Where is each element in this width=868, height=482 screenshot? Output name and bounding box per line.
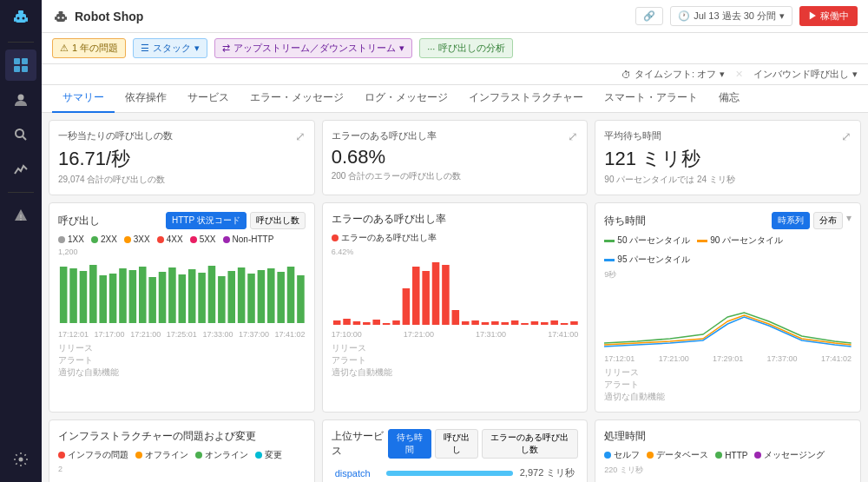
legend-p50: 50 パーセンタイル [604, 234, 690, 247]
expand-icon-calls[interactable]: ⤢ [295, 129, 306, 143]
proc-y-label: 220 ミリ秒 [604, 465, 852, 476]
separator: ✕ [735, 69, 743, 80]
record-button[interactable]: ▶ 稼働中 [799, 6, 858, 26]
svg-rect-39 [227, 271, 235, 323]
timeseries-btn[interactable]: 時系列 [772, 212, 810, 229]
calls-btn[interactable]: 呼び出し [435, 429, 478, 459]
svg-rect-20 [55, 17, 56, 20]
topbar: Robot Shop 🔗 🕐 Jul 13 過去 30 分間 ▾ ▶ 稼働中 [42, 0, 868, 33]
topbar-right: 🔗 🕐 Jul 13 過去 30 分間 ▾ ▶ 稼働中 [635, 6, 858, 26]
chart-infra-header: インフラストラクチャーの問題および変更 [58, 429, 306, 444]
svg-rect-29 [129, 270, 137, 323]
svg-rect-42 [258, 270, 266, 323]
processing-chart-area: 220 ミリ秒 17:00:00 17:11:00 17:21:00 17:31… [604, 465, 852, 482]
distribution-btn[interactable]: 分布 [813, 212, 843, 229]
problems-filter[interactable]: ⚠ 1 年の問題 [52, 38, 126, 58]
latency-value: 121 ミリ秒 [604, 146, 852, 172]
right-panel: ⏱ タイムシフト: オフ ▾ ✕ インバウンド呼び出し ▾ [42, 64, 868, 85]
svg-rect-9 [22, 66, 28, 72]
expand-icon-error[interactable]: ⤢ [568, 129, 578, 143]
svg-point-3 [23, 17, 25, 20]
legend-self: セルフ [604, 449, 640, 461]
expand-icon-latency[interactable]: ⤢ [841, 129, 852, 143]
latency-btn[interactable]: 待ち時間 [388, 429, 431, 459]
error-rate-title: エラーのある呼び出し率 [332, 129, 579, 142]
services-title: 上位サービス [332, 429, 389, 459]
svg-rect-6 [14, 58, 20, 64]
tab-service[interactable]: サービス [177, 85, 240, 113]
sidebar-item-metrics[interactable] [5, 154, 36, 185]
tab-infra[interactable]: インフラストラクチャー [458, 85, 594, 113]
legend-p90: 90 パーセンタイル [697, 234, 783, 247]
call-count-btn[interactable]: 呼び出し数 [250, 212, 306, 229]
stack-filter[interactable]: ☰ スタック ▾ [133, 38, 207, 58]
legend-online: オンライン [195, 449, 248, 461]
service-dispatch[interactable]: dispatch [335, 468, 371, 479]
chart-error-rate: エラーのある呼び出し率 エラーのある呼び出し率 6.42% [322, 202, 589, 413]
error-calls-btn[interactable]: エラーのある呼び出し数 [482, 429, 579, 459]
line-p90 [697, 240, 707, 242]
upstream-label: アップストリーム／ダウンストリーム [233, 42, 396, 55]
dot-http [715, 452, 722, 459]
sidebar-divider [8, 42, 34, 43]
legend-2xx: 2XX [91, 234, 117, 244]
timeshift-selector[interactable]: ⏱ タイムシフト: オフ ▾ [621, 68, 725, 81]
svg-rect-7 [22, 58, 28, 64]
sidebar-item-user[interactable] [5, 84, 36, 116]
sidebar-item-settings[interactable] [5, 444, 36, 475]
tab-summary[interactable]: サマリー [52, 85, 115, 113]
chart-latency: 待ち時間 時系列 分布 ▾ 50 パーセンタイル 90 パーセンタイル 95 パ… [595, 202, 861, 413]
upstream-filter[interactable]: ⇄ アップストリーム／ダウンストリーム ▾ [214, 38, 412, 58]
record-label: ▶ 稼働中 [808, 10, 849, 23]
svg-rect-4 [14, 17, 16, 22]
svg-rect-35 [188, 269, 196, 323]
dot-5xx [190, 236, 197, 243]
sidebar-item-search[interactable] [5, 119, 36, 150]
app-logo: Robot Shop [52, 8, 143, 25]
svg-rect-37 [208, 266, 216, 323]
dot-self [604, 452, 611, 459]
upstream-icon: ⇄ [222, 43, 230, 54]
search-icon [13, 127, 29, 142]
latency-anomaly: 適切な自動機能 [604, 391, 665, 403]
tabs-bar: サマリー 依存操作 サービス エラー・メッセージ ログ・メッセージ インフラスト… [42, 85, 868, 113]
filterbar: ⚠ 1 年の問題 ☰ スタック ▾ ⇄ アップストリーム／ダウンストリーム ▾ … [42, 33, 868, 64]
time-selector[interactable]: 🕐 Jul 13 過去 30 分間 ▾ [670, 6, 792, 26]
app-title: Robot Shop [75, 10, 143, 23]
svg-line-12 [23, 136, 26, 140]
svg-rect-69 [550, 320, 558, 325]
clock-icon: 🕐 [678, 10, 690, 22]
timeshift-label: タイムシフト: オフ [635, 68, 716, 81]
inbound-selector[interactable]: インバウンド呼び出し ▾ [753, 68, 858, 81]
error-alert: アラート [332, 354, 366, 366]
svg-rect-32 [159, 272, 167, 323]
svg-point-10 [18, 95, 24, 101]
calls-footer: リリース アラート 適切な自動機能 [58, 342, 306, 379]
latency-release: リリース [604, 366, 639, 379]
tab-ops[interactable]: 依存操作 [115, 85, 177, 113]
tab-errors[interactable]: エラー・メッセージ [240, 85, 354, 113]
error-footer: リリース アラート 適切な自動機能 [332, 342, 579, 379]
legend-p95: 95 パーセンタイル [604, 254, 690, 266]
http-status-btn[interactable]: HTTP 状況コード [166, 212, 247, 229]
sidebar-item-dashboard[interactable] [5, 50, 36, 81]
robot-icon [52, 8, 69, 25]
link-button[interactable]: 🔗 [635, 7, 663, 25]
sidebar-item-alerts[interactable] [5, 200, 36, 231]
legend-3xx: 3XX [124, 234, 150, 244]
sidebar-logo[interactable] [10, 7, 31, 28]
main-content: Robot Shop 🔗 🕐 Jul 13 過去 30 分間 ▾ ▶ 稼働中 ⚠… [42, 0, 868, 482]
expand-icon-lat[interactable]: ▾ [846, 212, 852, 229]
calls-legend: 1XX 2XX 3XX 4XX 5XX Non-HTTP [58, 234, 306, 244]
metrics-icon [13, 162, 29, 177]
tab-logs[interactable]: ログ・メッセージ [354, 85, 458, 113]
tab-alerts[interactable]: スマート・アラート [594, 85, 708, 113]
svg-rect-13 [20, 215, 22, 218]
bar-dispatch [386, 471, 513, 476]
tab-misc[interactable]: 備忘 [708, 85, 750, 113]
chart-latency-title: 待ち時間 [604, 214, 646, 228]
breakdown-filter[interactable]: ··· 呼び出しの分析 [419, 38, 513, 58]
infra-chart-area: 2 1/11/23 1/21:00 [58, 465, 306, 482]
svg-rect-51 [372, 320, 380, 325]
chevron-icon-3: ▾ [720, 69, 725, 80]
